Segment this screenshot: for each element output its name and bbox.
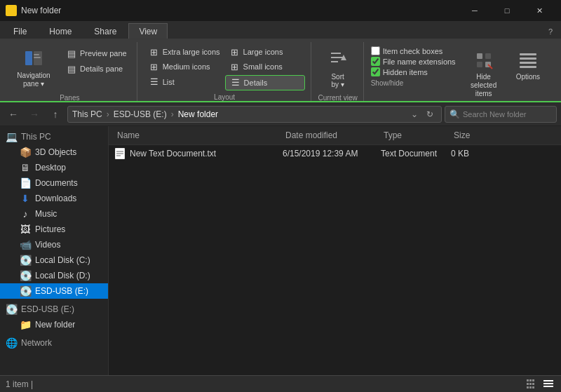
layout-group-label: Layout — [214, 93, 235, 101]
large-icons-button[interactable]: ⊞ Large icons — [225, 45, 305, 59]
sidebar-item-new-folder[interactable]: 📁 New folder — [0, 317, 108, 332]
svg-rect-32 — [543, 380, 553, 381]
extra-large-icons-button[interactable]: ⊞ Extra large icons — [144, 45, 224, 59]
svg-rect-15 — [520, 53, 536, 55]
file-date-modified: 6/15/2019 12:39 AM — [283, 149, 358, 158]
small-icons-label: Small icons — [243, 62, 283, 71]
file-type-cell: Text Document — [381, 149, 451, 158]
sidebar-item-this-pc[interactable]: 💻 This PC — [0, 129, 108, 144]
up-button[interactable]: ↑ — [46, 105, 65, 123]
address-dropdown-icon[interactable]: ⌄ — [407, 107, 421, 121]
breadcrumb-esd-usb[interactable]: ESD-USB (E:) — [114, 109, 167, 119]
hidden-items-label: Hidden items — [383, 68, 428, 76]
preview-pane-button[interactable]: ▤ Preview pane — [62, 46, 131, 60]
medium-icons-button[interactable]: ⊞ Medium icons — [144, 60, 224, 74]
breadcrumb-this-pc[interactable]: This PC — [72, 109, 102, 119]
search-icon: 🔍 — [450, 109, 460, 119]
tab-file[interactable]: File — [3, 23, 37, 39]
svg-rect-30 — [529, 386, 532, 388]
minimize-button[interactable]: ─ — [459, 0, 491, 21]
address-refresh-icon[interactable]: ↻ — [423, 107, 437, 121]
sidebar-item-esd-usb-section[interactable]: 💽 ESD-USB (E:) — [0, 302, 108, 317]
small-icons-button[interactable]: ⊞ Small icons — [225, 60, 305, 74]
file-size-cell: 0 KB — [451, 149, 493, 158]
details-label: Details — [244, 79, 268, 87]
window-icon — [6, 5, 17, 16]
tab-share[interactable]: Share — [83, 23, 127, 39]
column-date-modified[interactable]: Date modified — [283, 129, 381, 142]
sidebar-item-desktop[interactable]: 🖥 Desktop — [0, 160, 108, 175]
column-size[interactable]: Size — [451, 129, 493, 142]
sidebar-item-downloads[interactable]: ⬇ Downloads — [0, 191, 108, 206]
local-disk-c-label: Local Disk (C:) — [35, 255, 90, 265]
details-pane-label: Details pane — [80, 65, 123, 73]
new-folder-sidebar-label: New folder — [35, 320, 75, 330]
tab-home[interactable]: Home — [39, 23, 82, 39]
ribbon-group-layout: ⊞ Extra large icons ⊞ Large icons ⊞ Medi… — [139, 42, 311, 101]
file-name-extensions-checkbox[interactable] — [371, 57, 380, 66]
svg-rect-28 — [532, 383, 534, 385]
breadcrumb-new-folder[interactable]: New folder — [178, 109, 218, 119]
options-label: Options — [516, 73, 540, 81]
column-name[interactable]: Name — [114, 129, 283, 142]
list-label: List — [163, 78, 175, 86]
file-name-extensions-row[interactable]: File name extensions — [371, 57, 456, 66]
sidebar-item-3d-objects[interactable]: 📦 3D Objects — [0, 144, 108, 160]
sidebar-item-videos[interactable]: 📹 Videos — [0, 237, 108, 252]
item-check-boxes-row[interactable]: Item check boxes — [371, 46, 456, 55]
navigation-pane-button[interactable]: Navigation pane ▾ — [8, 45, 59, 91]
item-check-boxes-checkbox[interactable] — [371, 46, 380, 55]
list-button[interactable]: ☰ List — [144, 75, 224, 89]
tab-view[interactable]: View — [128, 23, 168, 39]
help-icon[interactable]: ? — [543, 25, 558, 39]
details-view-button[interactable] — [541, 377, 555, 391]
status-bar: 1 item | — [0, 375, 561, 392]
close-button[interactable]: ✕ — [523, 0, 555, 21]
music-label: Music — [35, 209, 57, 219]
sidebar-item-pictures[interactable]: 🖼 Pictures — [0, 222, 108, 237]
list-icon: ☰ — [149, 76, 160, 88]
sort-by-button[interactable]: Sortby ▾ — [323, 45, 353, 91]
details-pane-button[interactable]: ▤ Details pane — [62, 62, 131, 76]
hide-selected-items-button[interactable]: Hide selected items — [459, 46, 509, 101]
hidden-items-checkbox[interactable] — [371, 67, 380, 76]
local-disk-c-icon: 💽 — [20, 255, 31, 266]
search-bar[interactable]: 🔍 Search New folder — [445, 106, 557, 123]
forward-button[interactable]: → — [25, 105, 43, 123]
list-view-button[interactable] — [525, 377, 539, 391]
options-button[interactable]: Options — [512, 46, 544, 101]
svg-rect-23 — [527, 379, 529, 381]
sidebar-item-network[interactable]: 🌐 Network — [0, 335, 108, 351]
hidden-items-row[interactable]: Hidden items — [371, 67, 456, 76]
sidebar-item-local-disk-d[interactable]: 💽 Local Disk (D:) — [0, 268, 108, 283]
ribbon-group-current-view: Sortby ▾ Current view — [313, 42, 364, 101]
svg-rect-33 — [543, 383, 553, 384]
esd-usb-e-icon: 💽 — [20, 285, 31, 297]
medium-icons-icon: ⊞ — [149, 61, 160, 72]
svg-rect-26 — [527, 383, 529, 385]
downloads-icon: ⬇ — [20, 193, 31, 204]
file-row-new-text-document[interactable]: New Text Document.txt 6/15/2019 12:39 AM… — [109, 145, 561, 163]
file-name-extensions-label: File name extensions — [383, 58, 456, 66]
sidebar-item-esd-usb-e[interactable]: 💽 ESD-USB (E:) — [0, 283, 108, 299]
column-type[interactable]: Type — [381, 129, 451, 142]
hide-selected-options: Hide selected items Options — [459, 45, 544, 101]
preview-pane-label: Preview pane — [80, 49, 127, 58]
file-date-cell: 6/15/2019 12:39 AM — [283, 149, 381, 158]
maximize-button[interactable]: □ — [491, 0, 523, 21]
status-view-controls — [525, 377, 555, 391]
address-bar[interactable]: This PC › ESD-USB (E:) › New folder ⌄ ↻ — [67, 106, 442, 123]
item-count: 1 item — [6, 379, 29, 389]
sidebar-item-local-disk-c[interactable]: 💽 Local Disk (C:) — [0, 252, 108, 268]
back-button[interactable]: ← — [4, 105, 22, 123]
svg-rect-1 — [8, 8, 11, 9]
file-name-cell: New Text Document.txt — [114, 148, 283, 159]
title-bar-left: New folder — [6, 5, 61, 16]
file-area: Name Date modified Type Size New Text Do… — [109, 126, 561, 375]
status-count: 1 item | — [6, 379, 33, 389]
svg-rect-29 — [527, 386, 529, 388]
sidebar-item-music[interactable]: ♪ Music — [0, 206, 108, 222]
sidebar-item-documents[interactable]: 📄 Documents — [0, 175, 108, 191]
details-button[interactable]: ☰ Details — [225, 75, 305, 90]
svg-rect-4 — [34, 54, 39, 55]
